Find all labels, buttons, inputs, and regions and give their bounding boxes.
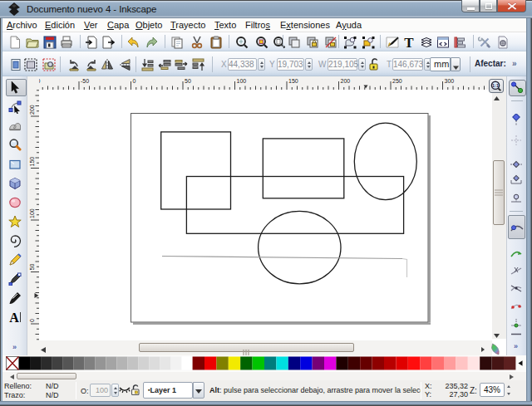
- svg-text:-50: -50: [81, 78, 89, 84]
- svg-text:200: 200: [29, 105, 35, 115]
- svg-text:50: 50: [29, 264, 35, 271]
- svg-text:200: 200: [341, 78, 351, 84]
- svg-text:A: A: [9, 311, 19, 324]
- svg-text:1:1: 1:1: [492, 83, 499, 88]
- svg-text:150: 150: [288, 78, 298, 84]
- svg-text:100: 100: [29, 208, 35, 218]
- svg-text:T: T: [404, 36, 414, 49]
- svg-text:50: 50: [185, 78, 191, 84]
- svg-text:-100: -100: [39, 78, 41, 84]
- svg-text:300: 300: [445, 78, 455, 84]
- svg-text:0: 0: [133, 78, 136, 84]
- svg-text:0: 0: [29, 319, 35, 322]
- svg-text:100: 100: [237, 78, 247, 84]
- svg-text:150: 150: [29, 157, 35, 167]
- svg-text:250: 250: [392, 78, 402, 84]
